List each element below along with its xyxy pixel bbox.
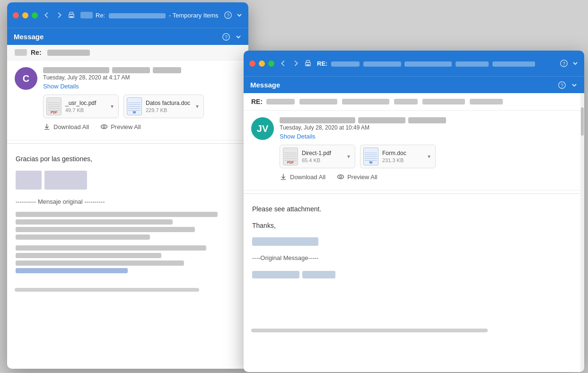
help-icon-3[interactable]: ? [560, 59, 568, 68]
titlebar-right: ? [224, 11, 243, 19]
svg-rect-11 [306, 64, 309, 66]
attachment-name-2: Datos factura.doc [146, 100, 190, 106]
download-all-button-1[interactable]: Download All [43, 123, 89, 130]
maximize-button[interactable] [32, 12, 38, 18]
sender-extra-blurred [153, 67, 181, 73]
message-bar-actions-2: ? [558, 81, 578, 89]
svg-text:?: ? [225, 34, 228, 40]
attachment-3[interactable]: PDF Direct-1.pdf 65.4 KB ▾ [280, 145, 355, 168]
help-icon-2[interactable]: ? [222, 33, 230, 41]
attachment-1[interactable]: PDF _usr_loc.pdf 49.7 KB ▾ [43, 95, 119, 118]
minimize-button[interactable] [22, 12, 28, 18]
svg-rect-1 [70, 12, 73, 15]
download-icon-1 [43, 123, 51, 130]
help-icon[interactable]: ? [224, 11, 232, 19]
avatar-jv: JV [251, 117, 274, 140]
fwd-blur-2 [302, 271, 335, 278]
scrollbar-thumb-2[interactable] [581, 107, 584, 136]
print-icon[interactable] [67, 11, 76, 19]
original-message-divider-1: ---------- Mensaje original ---------- [16, 198, 240, 205]
chevron-down-icon-3[interactable] [572, 60, 579, 67]
close-button[interactable] [13, 12, 19, 18]
help-icon-4[interactable]: ? [558, 81, 566, 89]
addr-blur-2 [299, 99, 337, 104]
chevron-down-icon-2[interactable] [235, 34, 242, 40]
chevron-down-icon-4[interactable] [571, 82, 578, 88]
subject-blurred-2d [456, 61, 489, 67]
scrollbar-horiz-1[interactable] [15, 288, 199, 292]
attachment-4[interactable]: W Form.doc 231.3 KB ▾ [360, 145, 436, 168]
re-subject-text-2: RE: [251, 98, 263, 105]
svg-point-8 [103, 126, 105, 128]
maximize-button-2[interactable] [268, 61, 274, 67]
redacted-line-2 [16, 219, 173, 225]
attachment-info-3: Direct-1.pdf 65.4 KB [302, 150, 342, 164]
print-icon-2[interactable] [304, 59, 312, 68]
signature-block-2 [252, 237, 576, 246]
titlebar-2: RE: ? [244, 51, 584, 76]
re-subject-line: Re: [7, 45, 248, 61]
svg-text:?: ? [562, 61, 565, 67]
sender-date-2: Tuesday, July 28, 2020 at 10:49 AM [280, 124, 577, 131]
minimize-button-2[interactable] [259, 61, 265, 67]
attachment-size-4: 231.3 KB [382, 157, 404, 163]
back-icon-2[interactable] [279, 59, 288, 68]
body-text-1: Gracias por las gestiones, [16, 154, 240, 164]
sender-extra-blurred-2 [408, 117, 446, 123]
subject-blurred-2e [492, 61, 535, 67]
attachments-row-1: PDF _usr_loc.pdf 49.7 KB ▾ W [43, 95, 241, 118]
action-row-1: Download All Preview All [43, 118, 241, 133]
download-all-label-1: Download All [53, 123, 89, 130]
redacted-line-7 [16, 260, 184, 266]
show-details-link-1[interactable]: Show Details [43, 83, 79, 90]
email-header-1: C Tuesday, July 28, 2020 at 4:17 AM Show… [7, 61, 248, 140]
message-bar-2: Message ? [244, 76, 584, 93]
attachment-info-2: Datos factura.doc 229.7 KB [146, 100, 190, 113]
message-bar-label: Message [14, 33, 222, 41]
sender-name-blurred-2 [280, 117, 355, 123]
show-details-link-2[interactable]: Show Details [280, 133, 316, 140]
eye-icon-1 [100, 123, 108, 130]
forward-icon-2[interactable] [291, 59, 300, 68]
subject-blurred-2c [404, 61, 452, 67]
re-icon-box [15, 49, 27, 56]
svg-text:?: ? [227, 13, 229, 18]
re-subject-text: Re: [31, 49, 42, 56]
attachment-dropdown-2[interactable]: ▾ [194, 103, 199, 110]
attachment-dropdown-4[interactable]: ▾ [426, 153, 430, 160]
attachment-dropdown-1[interactable]: ▾ [109, 103, 114, 110]
sender-email-blurred-2 [358, 117, 405, 123]
close-button-2[interactable] [249, 61, 255, 67]
redacted-line-4 [16, 234, 150, 240]
chevron-down-icon[interactable] [236, 12, 243, 18]
divider-2 [244, 193, 584, 194]
titlebar-subtitle: Temporary Items [173, 12, 219, 19]
svg-point-7 [101, 125, 107, 129]
email-window-1: Re: - Temporary Items ? Message ? [7, 2, 248, 369]
email-header-2: JV Tuesday, July 28, 2020 at 10:49 AM Sh… [244, 111, 584, 191]
scrollbar-area-2 [244, 324, 584, 337]
scrollbar-horiz-2[interactable] [251, 329, 488, 332]
forward-icon[interactable] [55, 11, 63, 19]
email-scroll-area-1[interactable]: Re: C Tuesday, July 28, 2020 at 4:17 AM … [7, 45, 248, 369]
signature-block-1 [16, 171, 240, 190]
titlebar-right-2: ? [560, 59, 579, 68]
svg-point-16 [338, 175, 344, 179]
preview-all-button-1[interactable]: Preview All [100, 123, 141, 130]
email-scroll-area-2[interactable]: RE: JV Tuesday, July 28, 2020 at 10:49 A… [244, 93, 584, 372]
scrollbar-vert-2[interactable] [580, 93, 584, 372]
svg-rect-10 [306, 61, 309, 63]
sender-name-row [43, 67, 241, 73]
attachment-dropdown-3[interactable]: ▾ [345, 153, 350, 160]
traffic-lights-1 [13, 12, 38, 18]
preview-all-button-2[interactable]: Preview All [337, 173, 377, 181]
titlebar-1: Re: - Temporary Items ? [7, 2, 248, 28]
attachment-2[interactable]: W Datos factura.doc 229.7 KB ▾ [123, 95, 204, 118]
avatar-c: C [15, 67, 37, 90]
attachment-size-3: 65.4 KB [302, 157, 320, 163]
download-all-button-2[interactable]: Download All [280, 173, 325, 181]
sig-blur-1 [252, 237, 318, 246]
email-header-info-2: Tuesday, July 28, 2020 at 10:49 AM Show … [280, 117, 577, 183]
back-icon[interactable] [43, 11, 51, 19]
redacted-line-1 [16, 212, 218, 217]
